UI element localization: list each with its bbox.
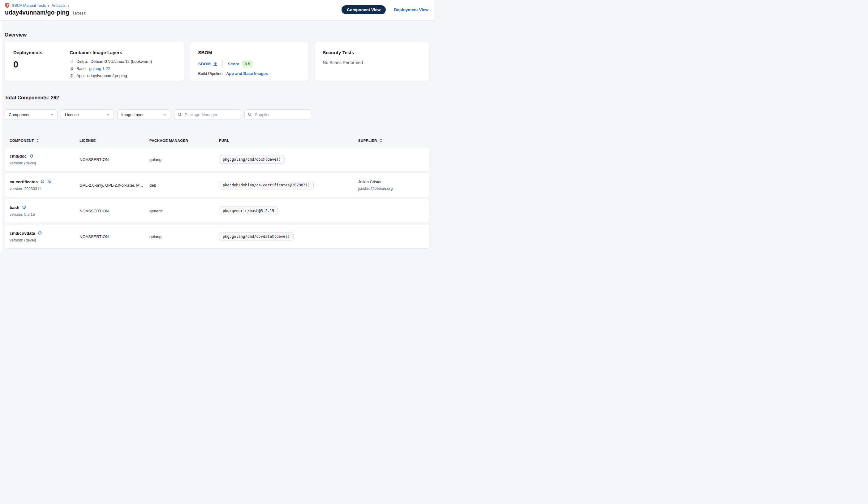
components-table-header: COMPONENT LICENSE PACKAGE MANAGER PURL S…	[4, 138, 430, 142]
ssca-shield-icon	[5, 3, 10, 8]
security-tests-title: Security Tests	[323, 50, 421, 55]
table-row: cmd/covdata version: (devel) NOASSERTION…	[4, 225, 430, 248]
breadcrumb-project-link[interactable]: SSCA Manual Tests	[12, 3, 46, 8]
deployment-view-button[interactable]: Deployment View	[394, 8, 428, 12]
download-icon[interactable]	[213, 62, 217, 66]
component-cell: cmd/covdata version: (devel)	[10, 231, 80, 242]
layers-solid-icon	[22, 205, 26, 210]
supplier-cell: Julien Cristau jcristau@debian.org	[358, 180, 424, 191]
image-layer-filter-dropdown[interactable]: Image Layer	[117, 109, 170, 120]
divider	[223, 60, 223, 68]
component-view-button[interactable]: Component View	[341, 5, 386, 14]
table-row: ca-certificates version: 20230311 GPL-2.…	[4, 173, 430, 197]
distro-label: Distro:	[76, 59, 88, 64]
chevron-down-icon	[50, 114, 53, 115]
sbom-score-label: Score	[228, 62, 239, 66]
sbom-score-badge: 8.5	[242, 60, 253, 68]
container-image-layers-section: Container Image Layers Distro: Debian GN…	[70, 50, 177, 81]
purl-cell: pkg:deb/debian/ca-certificates@20230311	[219, 181, 358, 190]
component-cell: cmd/doc version: (devel)	[10, 154, 80, 165]
base-label: Base:	[76, 66, 86, 71]
component-name: cmd/doc	[10, 154, 27, 159]
purl-cell: pkg:golang/cmd/covdata@(devel)	[219, 232, 358, 241]
filter-bar: Component License Image Layer	[4, 109, 430, 120]
sort-icon[interactable]	[380, 138, 382, 142]
layers-solid-icon	[38, 231, 42, 235]
distro-value: Debian GNU/Linux 12 (bookworm)	[91, 59, 152, 64]
license-filter-dropdown[interactable]: License	[61, 109, 114, 120]
build-pipeline-link[interactable]: App and Base Images	[226, 71, 268, 76]
components-table-body: cmd/doc version: (devel) NOASSERTION gol…	[4, 148, 430, 248]
purl-chip: pkg:golang/cmd/covdata@(devel)	[219, 232, 293, 241]
license-cell: NOASSERTION	[80, 234, 149, 239]
purl-chip: pkg:generic/bash@5.2.15	[219, 206, 278, 215]
deployments-section: Deployments 0	[13, 50, 70, 81]
layers-solid-icon	[40, 180, 44, 184]
package-manager-cell: generic	[149, 209, 219, 213]
breadcrumb-separator: ›	[48, 3, 49, 8]
component-filter-dropdown[interactable]: Component	[4, 109, 58, 120]
collapsed-nav-rail	[0, 21, 2, 252]
chevron-down-icon	[163, 114, 166, 115]
sort-icon[interactable]	[36, 138, 39, 142]
supplier-search-input[interactable]	[254, 112, 308, 117]
artifact-tag: latest	[72, 11, 86, 16]
purl-chip: pkg:golang/cmd/doc@(devel)	[219, 155, 285, 164]
page-title: uday4vunnam/go-ping	[5, 9, 69, 16]
base-image-link[interactable]: golang:1.22	[89, 66, 110, 71]
app-value: uday4vunnam/go-ping	[87, 73, 127, 78]
table-row: bash version: 5.2.15 NOASSERTION generic…	[4, 199, 430, 223]
app-layer-row: App: uday4vunnam/go-ping	[70, 73, 177, 78]
deployments-count: 0	[13, 59, 70, 70]
layers-outline-icon	[47, 180, 51, 184]
breadcrumb-artifacts-link[interactable]: Artifacts	[52, 3, 65, 8]
sbom-card-title: SBOM	[198, 50, 301, 55]
build-pipeline-label: Build Pipeline:	[198, 71, 224, 76]
search-icon	[177, 112, 182, 117]
column-header-supplier[interactable]: SUPPLIER	[358, 138, 424, 142]
deployments-layers-card: Deployments 0 Container Image Layers	[4, 42, 184, 81]
column-header-package-manager: PACKAGE MANAGER	[149, 139, 219, 142]
column-header-purl: PURL	[219, 139, 358, 142]
purl-cell: pkg:golang/cmd/doc@(devel)	[219, 155, 358, 164]
page-header: SSCA Manual Tests › Artifacts › uday4vun…	[0, 0, 434, 21]
view-toggle: Component View Deployment View	[341, 5, 428, 14]
component-cell: bash version: 5.2.15	[10, 205, 80, 217]
package-manager-cell: deb	[149, 183, 219, 188]
deployments-label: Deployments	[13, 50, 70, 55]
component-version: version: (devel)	[10, 238, 80, 242]
security-tests-card: Security Tests No Scans Performed	[314, 42, 430, 81]
app-label: App:	[76, 73, 85, 78]
package-manager-search-input[interactable]	[184, 112, 238, 117]
security-tests-status: No Scans Performed	[323, 60, 421, 65]
table-row: cmd/doc version: (devel) NOASSERTION gol…	[4, 148, 430, 171]
base-layer-icon	[70, 67, 74, 71]
component-version: version: (devel)	[10, 161, 80, 165]
distro-layer-icon	[70, 59, 74, 64]
license-cell: NOASSERTION	[80, 209, 149, 213]
base-layer-row: Base: golang:1.22	[70, 66, 177, 71]
total-components-heading: Total Components: 262	[4, 81, 430, 101]
component-version: version: 5.2.15	[10, 212, 80, 217]
container-image-layers-title: Container Image Layers	[70, 50, 177, 55]
sbom-download-link[interactable]: SBOM	[198, 62, 218, 66]
column-header-license: LICENSE	[80, 139, 149, 142]
component-name: cmd/covdata	[10, 231, 35, 235]
distro-layer-row: Distro: Debian GNU/Linux 12 (bookworm)	[70, 59, 177, 64]
column-header-component[interactable]: COMPONENT	[10, 138, 80, 142]
sbom-card: SBOM SBOM Score 8.5	[190, 42, 309, 81]
component-name: bash	[10, 205, 20, 210]
purl-chip: pkg:deb/debian/ca-certificates@20230311	[219, 181, 314, 190]
license-cell: NOASSERTION	[80, 157, 149, 162]
artifact-detail-page: SSCA Manual Tests › Artifacts › uday4vun…	[0, 0, 434, 252]
supplier-name: Julien Cristau	[358, 180, 424, 184]
package-manager-search[interactable]	[174, 109, 241, 120]
supplier-search[interactable]	[244, 109, 311, 120]
layers-solid-icon	[29, 154, 34, 158]
component-version: version: 20230311	[10, 187, 80, 191]
package-manager-cell: golang	[149, 157, 219, 162]
main-content: Overview Deployments 0 Container Image L…	[0, 21, 434, 248]
app-layer-icon	[70, 74, 74, 78]
license-cell: GPL-2.0-only, GPL-2.0-or-later, M...	[80, 183, 149, 188]
chevron-down-icon	[107, 114, 110, 115]
